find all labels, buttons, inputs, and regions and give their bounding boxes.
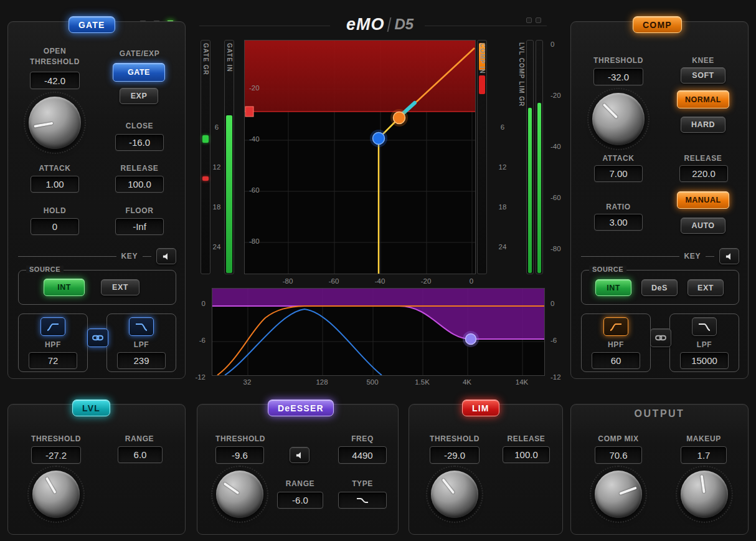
lim-threshold-value[interactable]: -29.0	[430, 446, 480, 464]
lim-threshold-handle[interactable]	[245, 107, 253, 117]
comp-knee-hard-button[interactable]: HARD	[681, 117, 725, 133]
gate-hold-value[interactable]: 0	[31, 218, 79, 235]
gate-source-ext-button[interactable]: EXT	[101, 279, 139, 295]
gate-scale-24: 24	[210, 243, 223, 251]
comp-source-label: SOURCE	[589, 266, 626, 273]
comp-lpf-icon-button[interactable]	[692, 317, 717, 336]
comp-hpf-label: HPF	[581, 340, 651, 349]
gate-scale-6: 6	[210, 123, 223, 131]
comp-in-meter: COMP IN	[477, 40, 487, 274]
eq-x-32: 32	[235, 378, 260, 386]
comp-panel: THRESHOLD -32.0 KNEE SOFT NORMAL HARD AT…	[570, 21, 749, 379]
comp-source-group: SOURCE INT DeS EXT	[581, 270, 739, 305]
deesser-threshold-value[interactable]: -9.6	[215, 446, 264, 464]
gate-mode-exp-button[interactable]: EXP	[120, 88, 158, 104]
deesser-panel: THRESHOLD -9.6 FREQ 4490 RANGE -6.0 TYPE	[197, 404, 399, 535]
comp-source-des-button[interactable]: DeS	[641, 279, 678, 296]
gate-open-threshold-value[interactable]: -42.0	[30, 72, 80, 89]
lim-threshold-label: THRESHOLD	[414, 434, 495, 443]
lvl-range-value[interactable]: 6.0	[118, 446, 163, 463]
graph-x-20: -20	[413, 277, 438, 285]
eq-yl-0: 0	[188, 300, 206, 307]
gate-section-tag[interactable]: GATE	[69, 16, 115, 33]
output-makeup-value[interactable]: 1.7	[681, 446, 727, 464]
gate-hpf-icon-button[interactable]	[40, 317, 65, 336]
gate-release-value[interactable]: 100.0	[115, 176, 164, 193]
lvl-threshold-knob[interactable]	[32, 471, 80, 518]
gate-attack-value[interactable]: 1.00	[31, 176, 79, 193]
output-makeup-label: MAKEUP	[664, 434, 743, 443]
lim-release-value[interactable]: 100.0	[503, 446, 550, 463]
output-comp-mix-knob[interactable]	[595, 471, 642, 518]
gate-mode-gate-button[interactable]: GATE	[113, 63, 165, 82]
lvl-threshold-value[interactable]: -27.2	[31, 446, 81, 464]
comp-source-int-button[interactable]: INT	[595, 279, 631, 296]
lvl-comp-lim-gr-label: LVL COMP LIM GR	[518, 42, 525, 107]
gate-filter-link-button[interactable]	[87, 328, 108, 347]
graph-x-60: -60	[321, 277, 346, 285]
eq-x-500: 500	[360, 378, 385, 386]
comp-hpf-value[interactable]: 60	[592, 352, 640, 369]
comp-ratio-value[interactable]: 3.00	[594, 214, 643, 231]
gate-floor-value[interactable]: -Inf	[115, 218, 164, 235]
shelf-curve-icon	[354, 496, 371, 505]
lvl-section-tag[interactable]: LVL	[72, 400, 110, 416]
comp-filter-link-button[interactable]	[650, 328, 671, 347]
gate-open-threshold-knob[interactable]	[29, 97, 81, 149]
right-scale-12: 12	[496, 163, 509, 171]
deesser-type-selector[interactable]	[338, 492, 387, 509]
comp-key-label: KEY	[684, 252, 701, 261]
deesser-freq-handle[interactable]	[466, 334, 476, 345]
comp-hpf-icon-button[interactable]	[603, 317, 628, 336]
comp-in-meter-label: COMP IN	[479, 43, 486, 74]
key-filter-graph	[212, 288, 545, 376]
comp-knee-normal-button[interactable]: NORMAL	[677, 90, 729, 108]
gate-in-level-bar	[226, 115, 232, 273]
clip-led-left	[526, 17, 532, 23]
graph-yr-0: 0	[550, 41, 554, 48]
comp-source-ext-button[interactable]: EXT	[687, 279, 724, 296]
deesser-threshold-knob[interactable]	[216, 471, 263, 518]
deesser-range-value[interactable]: -6.0	[277, 492, 323, 509]
graph-y-60: -60	[249, 186, 260, 194]
gate-key-line2	[143, 256, 151, 257]
comp-ratio-label: RATIO	[577, 203, 659, 211]
comp-section-tag[interactable]: COMP	[633, 16, 682, 33]
comp-threshold-handle[interactable]	[394, 112, 405, 124]
comp-knee-soft-button[interactable]: SOFT	[681, 67, 725, 84]
lim-threshold-knob[interactable]	[431, 471, 478, 518]
gate-key-monitor-button[interactable]	[156, 248, 176, 264]
comp-release-value[interactable]: 220.0	[679, 165, 728, 182]
speaker-icon	[295, 451, 305, 460]
speaker-icon	[725, 252, 734, 261]
output-makeup-knob[interactable]	[681, 471, 728, 518]
deesser-freq-value[interactable]: 4490	[338, 446, 387, 464]
comp-attack-value[interactable]: 7.00	[594, 165, 643, 182]
hpf-curve-icon	[609, 322, 623, 331]
gate-scale-18: 18	[210, 203, 223, 211]
gate-close-threshold-marker	[202, 176, 209, 181]
comp-threshold-knob[interactable]	[592, 93, 645, 145]
gate-lpf-value[interactable]: 239	[117, 352, 166, 369]
deesser-monitor-button[interactable]	[290, 447, 309, 463]
gate-close-value[interactable]: -16.0	[115, 134, 164, 151]
comp-lpf-value[interactable]: 15000	[680, 352, 729, 369]
gate-threshold-handle[interactable]	[373, 133, 385, 145]
deesser-section-tag[interactable]: DeESSER	[268, 400, 334, 416]
gate-hpf-value[interactable]: 72	[29, 352, 77, 369]
eq-x-1k5: 1.5K	[410, 378, 435, 386]
emo-d5-plugin-window: eMO D5 OPEN THRESHOLD -42.0 GATE/EXP GAT…	[0, 0, 756, 541]
output-comp-mix-label: COMP MIX	[577, 434, 659, 443]
deesser-threshold-label: THRESHOLD	[200, 434, 281, 443]
gate-lpf-icon-button[interactable]	[129, 317, 154, 336]
comp-key-monitor-button[interactable]	[719, 248, 739, 264]
lim-section-tag[interactable]: LIM	[462, 400, 499, 416]
eq-yr-12: -12	[550, 373, 561, 381]
output-comp-mix-value[interactable]: 70.6	[595, 446, 642, 464]
right-scale-18: 18	[496, 203, 509, 211]
link-icon	[654, 333, 667, 342]
comp-release-manual-button[interactable]: MANUAL	[677, 191, 729, 209]
gate-source-int-button[interactable]: INT	[44, 279, 85, 296]
comp-release-auto-button[interactable]: AUTO	[681, 218, 725, 234]
gate-in-meter-label: GATE IN	[226, 43, 233, 72]
